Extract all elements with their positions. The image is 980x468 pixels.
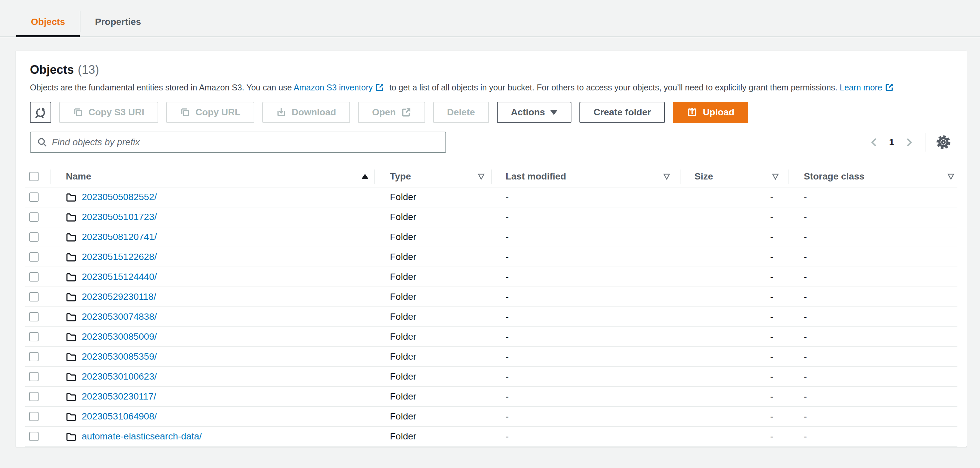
- tabs-bar: Objects Properties: [0, 0, 980, 37]
- row-checkbox[interactable]: [29, 432, 38, 441]
- copy-url-button[interactable]: Copy URL: [166, 102, 254, 123]
- row-name-cell: automate-elasticsearch-data/: [50, 427, 374, 446]
- actions-label: Actions: [511, 107, 545, 118]
- select-all-cell: [25, 166, 50, 187]
- row-name-cell: 20230531064908/: [50, 407, 374, 426]
- folder-icon: [66, 272, 76, 282]
- row-checkbox[interactable]: [29, 212, 38, 222]
- table-row: 20230505082552/ Folder - - -: [25, 188, 958, 207]
- row-checkbox[interactable]: [29, 372, 38, 381]
- row-checkbox[interactable]: [29, 193, 38, 202]
- row-type-cell: Folder: [374, 307, 491, 326]
- preferences-button[interactable]: [934, 133, 953, 151]
- create-folder-button[interactable]: Create folder: [579, 102, 665, 123]
- object-name-link[interactable]: 20230530085359/: [82, 351, 157, 362]
- row-type-cell: Folder: [374, 267, 491, 287]
- open-button[interactable]: Open: [358, 102, 425, 123]
- row-name-cell: 20230530100623/: [50, 367, 374, 386]
- object-name-link[interactable]: 20230505082552/: [82, 192, 157, 202]
- row-checkbox[interactable]: [29, 312, 38, 322]
- row-size-cell: -: [680, 347, 788, 366]
- object-name-link[interactable]: automate-elasticsearch-data/: [82, 431, 202, 442]
- row-select-cell: [25, 407, 50, 426]
- create-folder-label: Create folder: [593, 107, 651, 118]
- tab-properties[interactable]: Properties: [80, 7, 156, 37]
- table-row: 20230515124440/ Folder - - -: [25, 267, 958, 287]
- table-row: 20230530230117/ Folder - - -: [25, 387, 958, 407]
- learn-more-link[interactable]: Learn more: [840, 83, 882, 92]
- object-name-link[interactable]: 20230531064908/: [82, 411, 157, 422]
- object-name-link[interactable]: 20230530074838/: [82, 312, 157, 322]
- table-row: 20230508120741/ Folder - - -: [25, 228, 958, 247]
- select-all-checkbox[interactable]: [29, 172, 38, 181]
- copy-s3-uri-button[interactable]: Copy S3 URI: [59, 102, 158, 123]
- tab-objects[interactable]: Objects: [16, 7, 80, 37]
- folder-icon: [66, 312, 76, 322]
- table-row: 20230505101723/ Folder - - -: [25, 207, 958, 228]
- chevron-left-icon: [869, 137, 880, 148]
- row-type-cell: Folder: [374, 228, 491, 247]
- row-checkbox[interactable]: [29, 252, 38, 262]
- row-name-cell: 20230505082552/: [50, 188, 374, 207]
- row-type-cell: Folder: [374, 407, 491, 426]
- next-page-button[interactable]: [902, 135, 916, 150]
- search-box: [30, 132, 446, 153]
- row-storage-class-cell: -: [788, 247, 958, 267]
- row-storage-class-cell: -: [788, 347, 958, 366]
- object-name-link[interactable]: 20230515124440/: [82, 272, 157, 282]
- column-header-last-modified[interactable]: Last modified: [491, 166, 680, 187]
- row-select-cell: [25, 188, 50, 207]
- object-name-link[interactable]: 20230530085009/: [82, 331, 157, 342]
- row-last-modified-cell: -: [491, 407, 680, 426]
- filter-icon: [772, 173, 779, 180]
- row-last-modified-cell: -: [491, 228, 680, 247]
- external-link-icon: [401, 107, 411, 117]
- upload-icon: [687, 107, 697, 118]
- row-last-modified-cell: -: [491, 327, 680, 346]
- row-checkbox[interactable]: [29, 292, 38, 301]
- filter-icon: [477, 173, 485, 180]
- row-select-cell: [25, 327, 50, 346]
- column-header-type[interactable]: Type: [374, 166, 491, 187]
- folder-icon: [66, 212, 76, 222]
- download-icon: [276, 107, 286, 117]
- row-checkbox[interactable]: [29, 232, 38, 242]
- object-name-link[interactable]: 20230529230118/: [82, 291, 156, 302]
- row-last-modified-cell: -: [491, 188, 680, 207]
- folder-icon: [66, 392, 76, 401]
- row-checkbox[interactable]: [29, 332, 38, 341]
- row-checkbox[interactable]: [29, 392, 38, 401]
- refresh-button[interactable]: [30, 102, 51, 123]
- upload-button[interactable]: Upload: [673, 102, 748, 123]
- actions-button[interactable]: Actions: [497, 102, 572, 123]
- row-storage-class-cell: -: [788, 287, 958, 306]
- object-name-link[interactable]: 20230530230117/: [82, 391, 156, 402]
- row-checkbox[interactable]: [29, 352, 38, 361]
- download-label: Download: [291, 107, 336, 118]
- column-header-size[interactable]: Size: [680, 166, 788, 187]
- row-checkbox[interactable]: [29, 272, 38, 282]
- object-name-link[interactable]: 20230505101723/: [82, 212, 157, 222]
- previous-page-button[interactable]: [867, 135, 881, 150]
- filter-row: 1: [16, 132, 967, 153]
- row-name-cell: 20230530230117/: [50, 387, 374, 406]
- row-size-cell: -: [680, 287, 788, 306]
- object-name-link[interactable]: 20230530100623/: [82, 371, 157, 382]
- folder-icon: [66, 432, 76, 441]
- download-button[interactable]: Download: [262, 102, 350, 123]
- row-storage-class-cell: -: [788, 407, 958, 426]
- object-name-link[interactable]: 20230515122628/: [82, 252, 157, 262]
- pagination-current-page[interactable]: 1: [889, 137, 894, 148]
- row-name-cell: 20230508120741/: [50, 228, 374, 247]
- search-input[interactable]: [52, 137, 439, 148]
- inventory-link[interactable]: Amazon S3 inventory: [294, 83, 373, 92]
- column-header-storage-class[interactable]: Storage class: [788, 166, 958, 187]
- row-checkbox[interactable]: [29, 412, 38, 421]
- panel-header: Objects (13) Objects are the fundamental…: [16, 51, 967, 92]
- folder-icon: [66, 352, 76, 361]
- search-icon: [37, 137, 47, 147]
- row-storage-class-cell: -: [788, 228, 958, 247]
- delete-button[interactable]: Delete: [433, 102, 489, 123]
- column-header-name[interactable]: Name: [50, 166, 374, 187]
- object-name-link[interactable]: 20230508120741/: [82, 232, 157, 242]
